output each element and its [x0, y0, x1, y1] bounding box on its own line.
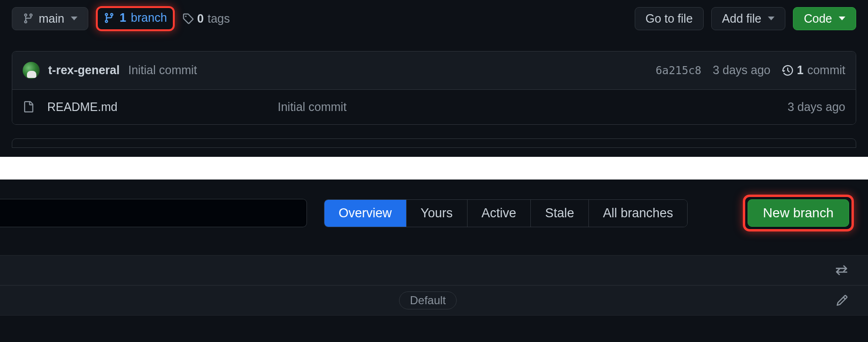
new-branch-label: New branch	[763, 205, 834, 221]
commit-author[interactable]: t-rex-general	[48, 63, 119, 77]
file-commit-msg[interactable]: Initial commit	[278, 100, 774, 114]
commit-meta: 6a215c8 3 days ago 1 commit	[655, 63, 845, 77]
go-to-file-label: Go to file	[646, 12, 693, 26]
file-time: 3 days ago	[788, 100, 845, 114]
file-icon	[23, 100, 34, 113]
tags-word: tags	[207, 12, 230, 26]
tab-overview[interactable]: Overview	[324, 200, 407, 227]
add-file-button[interactable]: Add file	[711, 7, 785, 30]
file-name[interactable]: README.md	[47, 100, 264, 114]
branch-tabs: Overview Yours Active Stale All branches	[324, 199, 688, 227]
go-to-file-button[interactable]: Go to file	[635, 7, 704, 30]
git-branch-icon	[23, 13, 34, 24]
file-listing-box: t-rex-general Initial commit 6a215c8 3 d…	[12, 51, 856, 125]
branches-link-highlight: 1 branch	[96, 6, 174, 31]
caret-down-icon	[768, 17, 774, 20]
repo-toolbar: main 1 branch 0 tags Go to file Add file…	[12, 6, 856, 31]
branch-rows: Default	[0, 255, 868, 316]
commit-sha[interactable]: 6a215c8	[655, 64, 701, 77]
tab-active[interactable]: Active	[468, 200, 531, 227]
branch-search-input[interactable]	[0, 199, 307, 227]
commit-time: 3 days ago	[713, 63, 770, 77]
caret-down-icon	[839, 17, 845, 20]
latest-commit-bar: t-rex-general Initial commit 6a215c8 3 d…	[12, 51, 856, 90]
code-button[interactable]: Code	[793, 7, 856, 30]
branches-pane: Overview Yours Active Stale All branches…	[0, 180, 868, 342]
branches-word: branch	[131, 11, 167, 25]
new-branch-button[interactable]: New branch	[748, 199, 849, 227]
tab-yours[interactable]: Yours	[407, 200, 468, 227]
commit-message[interactable]: Initial commit	[128, 63, 197, 77]
avatar[interactable]	[23, 62, 40, 79]
pencil-icon[interactable]	[836, 294, 848, 307]
tab-stale[interactable]: Stale	[531, 200, 589, 227]
commit-count: 1	[797, 63, 804, 77]
branch-selector[interactable]: main	[12, 7, 88, 30]
tab-all-branches[interactable]: All branches	[589, 200, 688, 227]
readme-box-top	[12, 138, 856, 148]
tags-link[interactable]: 0 tags	[182, 12, 230, 26]
tags-count: 0	[197, 12, 204, 26]
default-chip: Default	[399, 291, 457, 309]
branches-toolbar: Overview Yours Active Stale All branches…	[0, 195, 868, 231]
branches-count: 1	[119, 11, 126, 25]
branches-link[interactable]: 1 branch	[103, 11, 167, 25]
add-file-label: Add file	[722, 12, 761, 26]
commit-word: commit	[807, 63, 845, 77]
code-label: Code	[804, 12, 832, 26]
default-branch-row: Default	[0, 285, 868, 316]
page-divider	[0, 157, 868, 180]
tag-icon	[182, 13, 194, 24]
new-branch-highlight: New branch	[743, 195, 854, 231]
commits-link[interactable]: 1 commit	[782, 63, 845, 77]
caret-down-icon	[71, 17, 77, 20]
branch-row-header	[0, 255, 868, 285]
git-branch-icon	[103, 12, 115, 24]
repo-header-pane: main 1 branch 0 tags Go to file Add file…	[0, 0, 868, 157]
file-row[interactable]: README.md Initial commit 3 days ago	[12, 90, 856, 124]
swap-icon[interactable]	[835, 264, 848, 277]
chip-wrap: Default	[20, 291, 836, 309]
branch-selector-label: main	[39, 12, 64, 26]
history-icon	[782, 65, 793, 76]
